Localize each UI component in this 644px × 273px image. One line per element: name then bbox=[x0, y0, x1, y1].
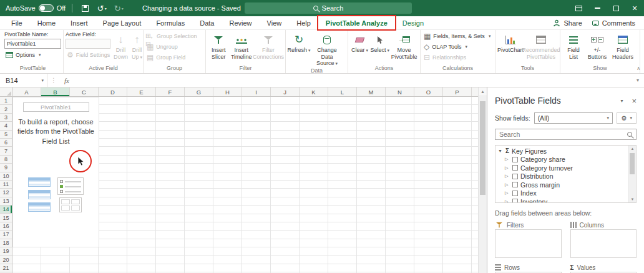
row-header-3[interactable]: 3 bbox=[0, 114, 12, 122]
column-header-G[interactable]: G bbox=[185, 87, 213, 96]
field-item[interactable]: ▷Distribution bbox=[498, 172, 626, 181]
insert-timeline-button[interactable]: Insert Timeline bbox=[230, 31, 253, 60]
column-header-N[interactable]: N bbox=[386, 87, 414, 96]
expand-icon[interactable]: ▷ bbox=[505, 166, 510, 171]
group-field-button[interactable]: ▤ Group Field bbox=[145, 52, 187, 62]
column-header-M[interactable]: M bbox=[357, 87, 386, 96]
scroll-up-icon[interactable]: ▲ bbox=[479, 87, 487, 96]
comments-button[interactable]: Comments bbox=[592, 19, 635, 27]
tab-review[interactable]: Review bbox=[222, 16, 259, 29]
row-header-9[interactable]: 9 bbox=[0, 164, 12, 172]
row-header-17[interactable]: 17 bbox=[0, 231, 12, 239]
recommended-pivottables-button[interactable]: Recommended PivotTables bbox=[524, 31, 559, 60]
tab-view[interactable]: View bbox=[260, 16, 290, 29]
formula-bar-expand-icon[interactable]: ▾ bbox=[632, 77, 644, 83]
column-header-H[interactable]: H bbox=[213, 87, 242, 96]
tab-formulas[interactable]: Formulas bbox=[149, 16, 192, 29]
ribbon-display-options-button[interactable] bbox=[569, 0, 588, 16]
row-header-4[interactable]: 4 bbox=[0, 122, 12, 130]
options-button[interactable]: Options ▾ bbox=[4, 50, 42, 60]
group-selection-button[interactable]: → Group Selection bbox=[145, 31, 198, 41]
column-header-J[interactable]: J bbox=[271, 87, 300, 96]
field-checkbox[interactable] bbox=[512, 165, 518, 171]
autosave-switch-icon[interactable] bbox=[39, 4, 54, 12]
minimize-button[interactable] bbox=[588, 0, 607, 16]
tab-design[interactable]: Design bbox=[395, 16, 431, 29]
save-button[interactable] bbox=[79, 2, 91, 14]
search-box[interactable]: Search bbox=[245, 2, 412, 14]
column-header-B[interactable]: B bbox=[41, 87, 70, 96]
pivotchart-button[interactable]: PivotChart bbox=[497, 31, 524, 54]
tree-scroll-up-icon[interactable]: ▲ bbox=[631, 147, 635, 151]
row-header-8[interactable]: 8 bbox=[0, 156, 12, 164]
pane-options-caret-icon[interactable]: ▾ bbox=[620, 98, 623, 104]
close-button[interactable]: × bbox=[625, 0, 644, 16]
expand-icon[interactable]: ▷ bbox=[505, 182, 510, 187]
field-checkbox[interactable] bbox=[512, 182, 518, 187]
share-button[interactable]: Share bbox=[553, 19, 582, 27]
field-checkbox[interactable] bbox=[512, 199, 518, 203]
column-header-O[interactable]: O bbox=[414, 87, 443, 96]
field-item[interactable]: ▷Inventory bbox=[498, 197, 626, 203]
column-header-partial[interactable] bbox=[472, 87, 478, 96]
move-pivottable-button[interactable]: → Move PivotTable bbox=[390, 31, 418, 60]
drill-up-button[interactable]: ↑ Drill Up▾ bbox=[131, 31, 143, 60]
tab-pivottable-analyze[interactable]: PivotTable Analyze bbox=[318, 16, 395, 29]
fields-search-input[interactable]: Search bbox=[495, 129, 637, 140]
field-item[interactable]: ▷Category share bbox=[498, 156, 626, 164]
vertical-scrollbar[interactable]: ▲ bbox=[478, 87, 487, 273]
filter-connections-button[interactable]: Filter Connections bbox=[253, 31, 283, 60]
row-header-10[interactable]: 10 bbox=[0, 172, 12, 181]
row-header-12[interactable]: 12 bbox=[0, 189, 12, 197]
change-data-source-button[interactable]: Change Data Source▾ bbox=[310, 31, 344, 67]
undo-button[interactable]: ↺▾ bbox=[95, 2, 108, 14]
expand-icon[interactable]: ▷ bbox=[505, 191, 510, 196]
pane-close-icon[interactable]: × bbox=[632, 97, 637, 105]
formula-input[interactable] bbox=[74, 74, 632, 87]
field-list-button[interactable]: Field List bbox=[562, 31, 585, 60]
field-checkbox[interactable] bbox=[512, 157, 518, 162]
field-settings-button[interactable]: ⚙ Field Settings bbox=[66, 50, 110, 60]
row-header-11[interactable]: 11 bbox=[0, 181, 12, 189]
expand-icon[interactable]: ▷ bbox=[505, 174, 510, 179]
field-item[interactable]: ▷Category turnover bbox=[498, 164, 626, 172]
row-header-18[interactable]: 18 bbox=[0, 239, 12, 247]
field-item[interactable]: ▷Gross margin bbox=[498, 181, 626, 189]
column-header-D[interactable]: D bbox=[99, 87, 127, 96]
field-root-row[interactable]: ▼ Σ Key Figures bbox=[498, 147, 626, 156]
column-header-F[interactable]: F bbox=[156, 87, 185, 96]
refresh-button[interactable]: ↻ Refresh▾ bbox=[288, 31, 310, 54]
column-header-L[interactable]: L bbox=[328, 87, 357, 96]
row-header-7[interactable]: 7 bbox=[0, 147, 12, 155]
field-checkbox[interactable] bbox=[512, 174, 518, 179]
insert-slicer-button[interactable]: Insert Slicer bbox=[208, 31, 230, 60]
olap-tools-button[interactable]: ◇ OLAP Tools ▾ bbox=[422, 42, 469, 52]
ungroup-button[interactable]: ▦ Ungroup bbox=[145, 42, 179, 52]
tools-gear-button[interactable]: ⚙ ▾ bbox=[617, 112, 637, 124]
select-button[interactable]: Select▾ bbox=[369, 31, 390, 54]
tab-home[interactable]: Home bbox=[30, 16, 63, 29]
redo-button[interactable]: ↻▾ bbox=[112, 2, 125, 14]
maximize-button[interactable] bbox=[607, 0, 625, 16]
column-header-P[interactable]: P bbox=[443, 87, 472, 96]
name-box[interactable]: B14 ▾ bbox=[0, 74, 47, 87]
row-header-2[interactable]: 2 bbox=[0, 105, 12, 113]
active-field-input[interactable] bbox=[66, 39, 110, 49]
row-header-5[interactable]: 5 bbox=[0, 131, 12, 139]
show-fields-dropdown[interactable]: (All) ▾ bbox=[534, 112, 613, 124]
row-header-21[interactable]: 21 bbox=[0, 264, 12, 272]
tab-insert[interactable]: Insert bbox=[63, 16, 95, 29]
expand-icon[interactable]: ▷ bbox=[505, 157, 510, 162]
tree-scroll-down-icon[interactable]: ▼ bbox=[631, 197, 635, 201]
relationships-button[interactable]: ⊟ Relationships bbox=[422, 52, 467, 62]
row-header-19[interactable]: 19 bbox=[0, 247, 12, 256]
row-header-13[interactable]: 13 bbox=[0, 197, 12, 206]
column-header-A[interactable]: A bbox=[12, 87, 41, 96]
tab-page-layout[interactable]: Page Layout bbox=[95, 16, 149, 29]
row-header-20[interactable]: 20 bbox=[0, 256, 12, 264]
row-header-16[interactable]: 16 bbox=[0, 222, 12, 231]
plusminus-buttons-button[interactable]: +/- Buttons bbox=[585, 31, 610, 60]
autosave-toggle[interactable]: AutoSave Off bbox=[6, 4, 66, 12]
row-header-6[interactable]: 6 bbox=[0, 139, 12, 147]
collapse-icon[interactable]: ▼ bbox=[498, 149, 503, 153]
